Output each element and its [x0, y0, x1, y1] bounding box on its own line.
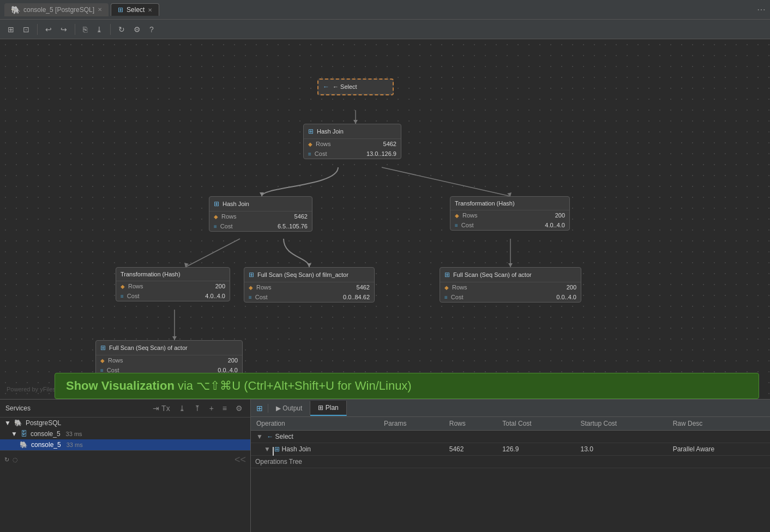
cost-val-1: 13.0..126.9 — [366, 150, 396, 157]
plan-tab-icon: ⊞ — [256, 404, 263, 413]
node-transform-lm[interactable]: Transformation (Hash) ◆ Rows 200 ≡ Cost … — [116, 267, 230, 301]
cost-val-3: 4.0..4.0 — [545, 222, 565, 228]
title-bar: 🐘 console_5 [PostgreSQL] ✕ ⊞ Select ✕ ⋯ — [0, 0, 770, 20]
tab-console5[interactable]: 🐘 console_5 [PostgreSQL] ✕ — [4, 3, 109, 16]
toolbar-refresh-btn[interactable]: ↻ — [115, 23, 128, 36]
spinner-icon: ◌ — [13, 456, 18, 463]
services-settings-btn[interactable]: ⚙ — [233, 403, 245, 414]
toolbar-settings-btn[interactable]: ⚙ — [130, 23, 144, 36]
postgresql-icon: 🐘 — [14, 419, 22, 427]
cost-label-4: Cost — [127, 293, 140, 299]
tab-output[interactable]: ▶ Output — [268, 401, 310, 415]
toolbar-copy-btn[interactable]: ⎘ — [80, 23, 91, 36]
node-transform-rt-header: Transformation (Hash) — [450, 197, 569, 210]
cost-label-2: Cost — [220, 223, 233, 229]
toolbar-help-btn[interactable]: ? — [146, 23, 157, 36]
tooltip-normal-text: via ⌥⇧⌘U (Ctrl+Alt+Shift+U for Win/Linux… — [175, 379, 412, 392]
plan-icon: ⊞ — [118, 6, 123, 14]
tree-item-console5-1[interactable]: ▼ 🗄 console_5 33 ms — [0, 428, 250, 439]
toolbar-fit-btn[interactable]: ⊡ — [20, 23, 33, 36]
title-bar-more[interactable]: ⋯ — [757, 4, 766, 15]
toolbar-forward-btn[interactable]: ↪ — [57, 23, 70, 36]
rows-val-7: 200 — [228, 357, 238, 364]
node-fullscan-actor-b-label: Full Scan (Seq Scan) of actor — [109, 344, 188, 351]
table-row-hashjoin[interactable]: ▼ ⊞ Hash Join 5462 126.9 13.0 Parallel A… — [251, 443, 770, 456]
toolbar-back-btn[interactable]: ↩ — [42, 23, 55, 36]
tab-select[interactable]: ⊞ Select ✕ — [111, 3, 159, 16]
cost-icon-3: ≡ — [455, 222, 458, 228]
node-fullscan-film[interactable]: ⊞ Full Scan (Seq Scan) of film_actor ◆ R… — [244, 267, 375, 303]
tooltip-banner: Show Visualization via ⌥⇧⌘U (Ctrl+Alt+Sh… — [55, 373, 759, 399]
col-operation: Operation — [251, 417, 378, 431]
rows-label-1: Rows — [316, 141, 331, 147]
main-canvas[interactable]: ← ← Select ⊞ Hash Join ◆ Rows 5462 ≡ Cos… — [0, 39, 770, 399]
node-hashjoin-mid-label: Hash Join — [222, 201, 249, 207]
svg-line-3 — [382, 167, 510, 196]
tree-expand-console5: ▼ — [11, 430, 17, 438]
svg-marker-11 — [172, 336, 177, 340]
query-tabs: ⊞ ▶ Output ⊞ Plan — [251, 400, 770, 417]
cost-val-5: 0.0..84.62 — [343, 294, 370, 300]
node-hashjoin-top[interactable]: ⊞ Hash Join ◆ Rows 5462 ≡ Cost 13.0..126… — [303, 124, 401, 159]
node-fullscan-actor-b[interactable]: ⊞ Full Scan (Seq Scan) of actor ◆ Rows 2… — [95, 340, 243, 376]
tree-label-postgresql: PostgreSQL — [26, 419, 61, 427]
fullscan-actor-r-icon: ⊞ — [444, 271, 450, 279]
diamond-icon-2: ◆ — [214, 214, 218, 220]
node-hashjoin-mid[interactable]: ⊞ Hash Join ◆ Rows 5462 ≡ Cost 6.5..105.… — [209, 196, 312, 232]
services-add-btn[interactable]: + — [207, 403, 216, 414]
node-transform-lm-rows: ◆ Rows 200 — [116, 281, 230, 291]
node-transform-rt-cost: ≡ Cost 4.0..4.0 — [450, 220, 569, 230]
tree-item-postgresql[interactable]: ▼ 🐘 PostgreSQL — [0, 418, 250, 428]
row-hashjoin-rows: 5462 — [444, 443, 497, 456]
tab-plan[interactable]: ⊞ Plan — [310, 401, 346, 416]
select-arrow-icon: ← — [267, 433, 273, 440]
table-row-select[interactable]: ▼ ← Select — [251, 431, 770, 443]
node-hashjoin-top-cost: ≡ Cost 13.0..126.9 — [304, 149, 401, 159]
services-footer: ↻ ◌ << — [0, 450, 250, 469]
col-params: Params — [378, 417, 444, 431]
cost-icon-2: ≡ — [214, 223, 217, 229]
tab-select-close[interactable]: ✕ — [148, 7, 152, 13]
toolbar-sep2 — [75, 24, 75, 35]
rows-val-4: 200 — [215, 283, 225, 289]
rows-val-5: 5462 — [357, 284, 370, 291]
node-fullscan-actor-r[interactable]: ⊞ Full Scan (Seq Scan) of actor ◆ Rows 2… — [440, 267, 581, 303]
toolbar-grid-btn[interactable]: ⊞ — [4, 23, 17, 36]
services-tx-btn[interactable]: ⇥ Tx — [151, 403, 172, 414]
tab-output-label: Output — [282, 404, 302, 412]
svg-marker-9 — [508, 263, 513, 267]
services-collapse-btn[interactable]: ⤓ — [177, 403, 188, 414]
services-header: Services ⇥ Tx ⤓ ⤒ + ≡ ⚙ — [0, 400, 250, 418]
tree-label-console5-2: console_5 — [31, 441, 61, 449]
time-badge-2: 33 ms — [67, 442, 83, 448]
col-total-cost: Total Cost — [497, 417, 575, 431]
diamond-icon-3: ◆ — [455, 213, 459, 219]
node-transform-rt[interactable]: Transformation (Hash) ◆ Rows 200 ≡ Cost … — [450, 196, 570, 231]
services-more-btn[interactable]: ≡ — [220, 403, 229, 414]
diamond-icon-7: ◆ — [100, 358, 105, 364]
node-transform-lm-cost: ≡ Cost 4.0..4.0 — [116, 291, 230, 301]
tab-plan-label: Plan — [326, 404, 339, 412]
chevron-left-icon[interactable]: << — [234, 454, 246, 466]
table-row-opstree[interactable]: Operations Tree — [251, 456, 770, 468]
cursor — [273, 447, 279, 456]
col-rows: Rows — [444, 417, 497, 431]
diamond-icon-4: ◆ — [121, 283, 125, 289]
svg-marker-1 — [353, 120, 358, 124]
node-select[interactable]: ← ← Select — [317, 78, 394, 95]
tree-item-console5-2[interactable]: 🐘 console_5 33 ms — [0, 439, 250, 450]
services-sidebar: Services ⇥ Tx ⤓ ⤒ + ≡ ⚙ ▼ 🐘 PostgreSQL ▼… — [0, 400, 251, 532]
tab-console5-close[interactable]: ✕ — [98, 7, 102, 13]
hashjoin-top-icon: ⊞ — [308, 128, 314, 135]
col-startup-cost: Startup Cost — [575, 417, 667, 431]
cost-val-4: 4.0..4.0 — [205, 293, 225, 299]
node-fullscan-film-cost: ≡ Cost 0.0..84.62 — [244, 292, 374, 302]
select-op-icon: ← — [323, 83, 329, 90]
rows-label-7: Rows — [108, 357, 123, 364]
query-result-table[interactable]: Operation Params Rows Total Cost Startup… — [251, 417, 770, 532]
diamond-icon-5: ◆ — [249, 285, 253, 291]
services-expand-btn[interactable]: ⤒ — [192, 403, 203, 414]
fullscan-film-icon: ⊞ — [249, 271, 254, 279]
toolbar-export-btn[interactable]: ⤓ — [93, 23, 106, 36]
node-hashjoin-top-header: ⊞ Hash Join — [304, 124, 401, 139]
